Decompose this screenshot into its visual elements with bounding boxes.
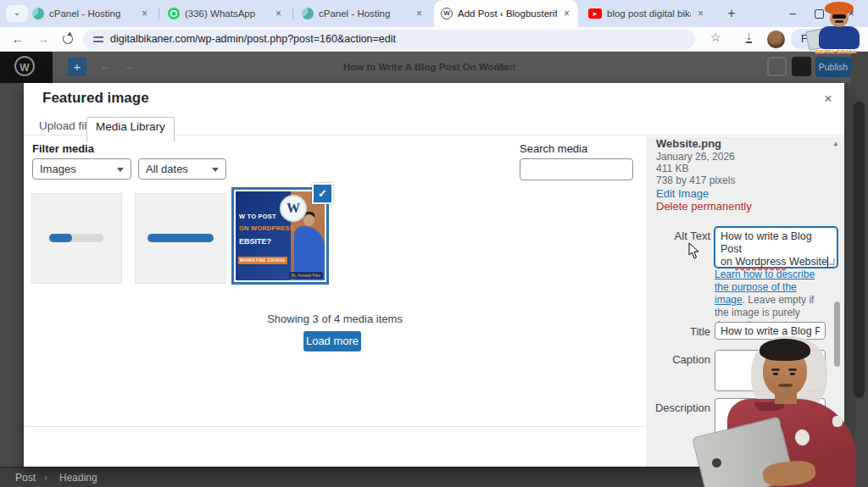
- person-eye: [773, 373, 778, 375]
- title-label: Title: [654, 325, 710, 338]
- window-minimize-button[interactable]: –: [782, 3, 803, 24]
- tab-cpanel-2[interactable]: cPanel - Hosting ×: [295, 0, 431, 27]
- attachment-date: January 26, 2026: [656, 151, 735, 163]
- tab-close-icon[interactable]: ×: [140, 8, 149, 19]
- youtube-icon: ▶: [588, 8, 602, 19]
- person-mustache: [778, 384, 793, 387]
- webcam-overlay: [704, 335, 868, 487]
- block-inserter-button: +: [68, 58, 86, 76]
- tab-title: cPanel - Hosting: [49, 8, 135, 19]
- thumbnail-credit: By: Avinash Pare: [289, 272, 323, 279]
- tab-title: (336) WhatsApp: [185, 8, 269, 19]
- settings-panel-icon: [792, 57, 811, 76]
- progress-bar: [147, 234, 214, 242]
- save-icon: [767, 57, 787, 76]
- tab-title: blog post digital bikana: [607, 8, 691, 19]
- search-media-input[interactable]: [520, 158, 633, 180]
- tab-title: cPanel - Hosting: [319, 8, 409, 19]
- tab-separator: [292, 8, 293, 19]
- bookmark-star-icon[interactable]: ☆: [710, 30, 721, 44]
- media-item-selected[interactable]: W W TO POST ON WORDPRESS EBSITE? MARKETI…: [231, 187, 329, 285]
- wp-admin-logo-box: W: [0, 51, 53, 83]
- tab-youtube[interactable]: ▶ blog post digital bikana ×: [581, 0, 712, 27]
- wp-editor-topbar: W + ← → How to Write A Blog Post On Word…: [0, 51, 868, 83]
- footer-divider: [24, 426, 646, 427]
- tab-cpanel-1[interactable]: cPanel - Hosting ×: [25, 0, 156, 27]
- modal-title: Featured image: [42, 90, 149, 107]
- download-icon[interactable]: ↓: [746, 30, 752, 43]
- sidebar-scroll-up-icon[interactable]: ▲: [832, 140, 839, 147]
- site-info-icon[interactable]: [93, 35, 103, 44]
- reload-icon[interactable]: [63, 34, 73, 44]
- post-tab-dimmed: Post: [496, 62, 515, 72]
- progress-fill: [49, 234, 72, 242]
- mascot-label: DIGITAL BIKANA: [804, 49, 868, 54]
- tab-title: Add Post ‹ Blogbusterify: [458, 8, 557, 19]
- date-filter-select[interactable]: All dates: [138, 158, 226, 180]
- media-type-select[interactable]: Images: [32, 158, 131, 180]
- chevron-down-icon: [117, 168, 124, 172]
- media-item-loading-2[interactable]: [135, 193, 225, 284]
- forward-icon[interactable]: →: [34, 30, 53, 48]
- attachment-filesize: 411 KB: [656, 163, 688, 174]
- text-caret: [827, 257, 828, 267]
- screen: W + ← → How to Write A Blog Post On Word…: [0, 0, 868, 487]
- thumbnail-person-head: [303, 214, 314, 226]
- breadcrumb-separator-icon: ›: [44, 472, 47, 484]
- publish-button-dimmed: Publish: [815, 57, 851, 77]
- breadcrumb-post: Post: [15, 472, 36, 484]
- load-more-button[interactable]: Load more: [303, 331, 361, 351]
- tab-close-icon[interactable]: ×: [696, 8, 705, 19]
- selected-check-icon[interactable]: ✓: [312, 183, 333, 204]
- alt-text-field[interactable]: How to write a Blog Post on Wordpress We…: [715, 227, 837, 268]
- progress-track: [49, 234, 103, 242]
- sleeve-logo-patch: [832, 416, 843, 427]
- showing-count-text: Showing 3 of 4 media items: [24, 313, 646, 325]
- mascot-turban: [825, 2, 854, 14]
- description-label: Description: [654, 401, 710, 414]
- tab-close-icon[interactable]: ×: [562, 8, 571, 19]
- tab-whatsapp[interactable]: (336) WhatsApp ×: [161, 0, 290, 27]
- modal-close-button[interactable]: ×: [817, 88, 839, 110]
- cpanel-icon: [32, 8, 44, 19]
- tab-close-icon[interactable]: ×: [415, 8, 424, 19]
- thumbnail-text-line3: EBSITE?: [239, 237, 271, 246]
- mouse-cursor: [688, 242, 700, 259]
- chevron-down-icon: [212, 168, 219, 172]
- tab-media-library[interactable]: Media Library: [86, 117, 175, 142]
- tab-separator: [159, 8, 159, 19]
- new-tab-button[interactable]: +: [722, 4, 741, 23]
- delete-permanently-link[interactable]: Delete permanently: [656, 200, 752, 213]
- address-bar[interactable]: digitalbikaner.com/wp-admin/post.php?pos…: [83, 30, 695, 49]
- thumbnail-text-line1: W TO POST: [239, 213, 276, 220]
- wordpress-logo-icon: W: [14, 56, 35, 76]
- whatsapp-icon: [168, 8, 180, 19]
- laptop-logo: [712, 458, 721, 468]
- person-eyebrow: [788, 368, 797, 371]
- profile-avatar[interactable]: [767, 30, 785, 48]
- wordpress-icon: W: [441, 8, 453, 19]
- thumbnail-badge: MARKETING COURSE: [238, 257, 287, 264]
- tab-close-icon[interactable]: ×: [274, 8, 283, 19]
- browser-tab-strip: ⌄ cPanel - Hosting × (336) WhatsApp × cP…: [0, 0, 868, 27]
- thumbnail-text-line2: ON WORDPRESS: [239, 224, 294, 232]
- mascot-mustache: [835, 20, 843, 23]
- breadcrumb-heading: Heading: [59, 472, 97, 484]
- search-media-label: Search media: [520, 142, 587, 155]
- redo-icon: →: [124, 60, 134, 72]
- date-filter-value: All dates: [146, 163, 188, 175]
- wordpress-logo-icon: W: [280, 195, 307, 222]
- url-text: digitalbikaner.com/wp-admin/post.php?pos…: [110, 33, 396, 45]
- post-title-dimmed: How to Write A Blog Post On Words: [343, 62, 509, 72]
- mascot-sunglasses: [832, 14, 846, 19]
- person-eyebrow: [771, 368, 780, 371]
- alt-line2-pre: on: [721, 256, 735, 268]
- tab-add-post-active[interactable]: W Add Post ‹ Blogbusterify ×: [434, 0, 578, 27]
- alt-text-label: Alt Text: [654, 230, 710, 242]
- alt-misspelled-word: Wordpress: [735, 256, 786, 268]
- back-icon[interactable]: ←: [8, 30, 27, 48]
- edit-image-link[interactable]: Edit Image: [656, 187, 709, 200]
- media-item-loading-1[interactable]: [31, 193, 122, 284]
- mascot-body: [819, 26, 860, 49]
- media-type-value: Images: [40, 163, 76, 175]
